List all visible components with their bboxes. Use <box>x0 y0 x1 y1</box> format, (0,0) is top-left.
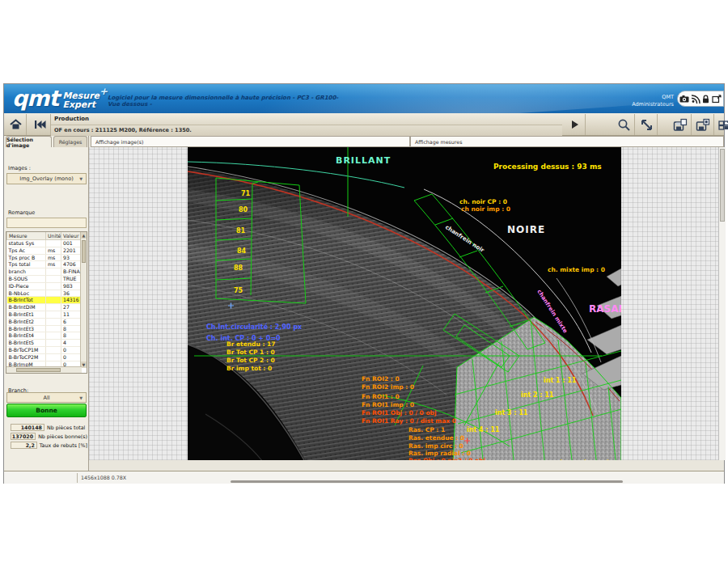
scroll-thumb[interactable] <box>720 149 725 222</box>
table-row[interactable]: B-BrIntDiM27 <box>7 304 81 311</box>
table-row[interactable]: B-SOUSTRUE <box>7 275 81 282</box>
tab-label: Affichage mesures <box>415 139 462 145</box>
ras-line: Ras. imp radial : 0 <box>408 450 471 457</box>
tab-affichage-mesures[interactable]: Affichage mesures <box>410 136 724 147</box>
band-value: 81 <box>236 227 246 235</box>
table-cell <box>46 240 61 247</box>
fit-view-button[interactable] <box>636 114 658 135</box>
system-tray <box>677 91 724 107</box>
table-cell: 983 <box>61 282 81 290</box>
scroll-thumb[interactable] <box>82 240 86 263</box>
signal-icon[interactable] <box>691 95 700 104</box>
rewind-button[interactable] <box>29 114 51 135</box>
table-cell: ms <box>46 254 61 261</box>
tab-reglages[interactable]: Réglages <box>53 136 87 147</box>
table-cell: B-SOUS <box>7 275 46 282</box>
bonne-status-button[interactable]: Bonne <box>6 404 87 417</box>
table-cell: B-FINA <box>61 268 81 276</box>
table-row[interactable]: B-NbLoc36 <box>7 290 81 297</box>
table-cell <box>46 353 61 361</box>
table-header-row: Mesure Unité Valeur <box>7 232 81 240</box>
workspace-vertical-scrollbar[interactable] <box>718 147 726 460</box>
layout-button[interactable] <box>713 114 728 135</box>
branch-select[interactable]: All ▼ <box>6 392 87 403</box>
scroll-up-icon[interactable]: ▲ <box>81 232 87 239</box>
window-export-icon[interactable] <box>712 95 722 104</box>
tab-affichage-images[interactable]: Affichage image(s) <box>91 136 410 147</box>
layout-icon <box>717 118 728 132</box>
table-row[interactable]: ID-Piece983 <box>7 282 81 290</box>
user-info: QMT Administrateurs <box>632 94 674 108</box>
table-cell: branch <box>7 268 46 276</box>
home-icon <box>9 118 23 131</box>
br-line: Br etendu : 17 <box>226 340 276 348</box>
table-cell: 36 <box>61 290 81 297</box>
lock-icon[interactable] <box>701 95 710 104</box>
table-row[interactable]: branchB-FINA <box>7 268 81 276</box>
table-row[interactable]: status Sys001 <box>7 240 81 247</box>
table-cell: TRUE <box>61 275 81 282</box>
table-row[interactable]: B-BrIntTot14316 <box>7 297 81 304</box>
int-line: int 3 : 11 <box>495 409 528 416</box>
save-image-button[interactable] <box>692 114 714 135</box>
table-cell: B-BrIntEt5 <box>7 340 46 347</box>
play-button[interactable] <box>564 114 586 135</box>
table-row[interactable]: B-BrIntEt111 <box>7 311 81 318</box>
table-cell: 0 <box>61 353 81 361</box>
table-cell <box>46 268 61 276</box>
stat-row: 140148 Nb pièces total <box>11 424 87 431</box>
tab-label: Réglages <box>59 139 83 145</box>
overlay-image: BRILLANT Processing dessus : 93 ms NOIRE… <box>188 147 621 460</box>
table-cell: Tps proc B <box>7 254 46 261</box>
stat-value: 140148 <box>11 424 44 431</box>
logo-words: Mesure+ Expert <box>62 87 108 109</box>
table-cell <box>46 332 61 340</box>
col-valeur[interactable]: Valeur <box>61 232 81 240</box>
table-row[interactable]: B-BrIntEt26 <box>7 318 81 325</box>
int-line: int 2 : 11 <box>521 391 554 399</box>
table-row[interactable]: Tps totalms4706 <box>7 261 81 268</box>
band-value: 75 <box>234 287 243 294</box>
magnify-button[interactable] <box>613 114 635 135</box>
table-row[interactable]: B-BrToCP1M0 <box>7 346 81 353</box>
app-logo: qmt Mesure+ Expert <box>12 86 108 111</box>
scroll-thumb[interactable] <box>16 368 61 372</box>
table-row[interactable]: B-BrIntEt38 <box>7 325 81 332</box>
table-row[interactable]: B-BrToCP2M0 <box>7 353 81 361</box>
ras-line: Ras. imp circ : 0 <box>408 442 463 450</box>
table-row[interactable]: Tps proc Bms93 <box>7 254 81 261</box>
col-mesure[interactable]: Mesure <box>7 232 46 240</box>
image-select[interactable]: Img_Overlay (mono) ▼ <box>6 173 87 184</box>
label-noire: NOIRE <box>507 224 545 235</box>
rewind-icon <box>33 119 47 130</box>
ras-line: Ras. CP : 1 <box>408 426 445 433</box>
chevron-down-icon: ▼ <box>79 395 83 400</box>
chevron-down-icon: ▼ <box>79 176 83 181</box>
desktop: qmt Mesure+ Expert Logiciel pour la mesu… <box>0 0 728 575</box>
int-line: int 4 : 11 <box>467 426 500 433</box>
save-report-button[interactable] <box>670 114 692 135</box>
logo-plus: + <box>99 86 108 97</box>
table-cell: Tps total <box>7 261 46 268</box>
table-cell <box>46 275 61 282</box>
table-cell: 27 <box>61 304 81 311</box>
table-cell: B-BrIntEt3 <box>7 325 46 332</box>
camera-icon[interactable] <box>679 95 689 104</box>
home-button[interactable] <box>5 114 27 135</box>
col-unite[interactable]: Unité <box>46 232 61 240</box>
tab-selection-image[interactable]: Sélection d'image <box>6 136 52 147</box>
table-row[interactable]: B-BrIntEt48 <box>7 332 81 340</box>
remark-input[interactable] <box>6 218 87 228</box>
workspace-horizontal-scrollbar[interactable] <box>231 480 623 483</box>
scroll-down-icon[interactable]: ▼ <box>81 361 87 368</box>
table-vertical-scrollbar[interactable]: ▲ ▼ <box>80 232 87 368</box>
table-horizontal-scrollbar[interactable] <box>6 366 82 373</box>
table-row[interactable]: B-BrIntEt54 <box>7 340 81 347</box>
table-cell: B-BrIntDiM <box>7 304 46 311</box>
table-cell: 8 <box>61 332 81 340</box>
workspace: BRILLANT Processing dessus : 93 ms NOIRE… <box>89 147 726 460</box>
save-report-icon <box>673 118 688 132</box>
image-canvas[interactable]: BRILLANT Processing dessus : 93 ms NOIRE… <box>188 147 621 460</box>
table-row[interactable]: Tps Acms2201 <box>7 247 81 254</box>
ch-int-circularite: Ch.Int.circularité : 2,90 px <box>206 323 303 331</box>
